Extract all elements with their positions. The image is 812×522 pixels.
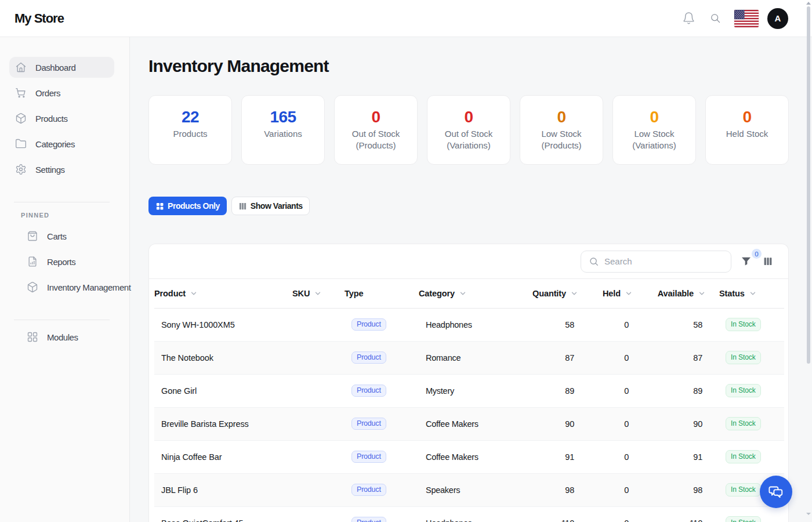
- cell-sku: [292, 407, 345, 440]
- top-bar: My Store: [0, 0, 812, 37]
- table-row[interactable]: Gone GirlProductMystery89089In Stock: [154, 374, 784, 407]
- column-label: Quantity: [532, 289, 566, 298]
- columns-small-icon: [238, 202, 247, 211]
- table-body: Sony WH-1000XM5ProductHeadphones58058In …: [154, 308, 784, 522]
- column-label: Category: [419, 289, 455, 298]
- global-search-button[interactable]: [709, 12, 722, 24]
- sort-chevron-icon: [190, 289, 198, 298]
- cell-available: 87: [635, 341, 706, 374]
- language-selector[interactable]: [734, 10, 767, 27]
- stat-label: Products: [149, 128, 231, 140]
- column-label: Type: [345, 289, 363, 298]
- stat-card-products: 22Products: [148, 95, 232, 165]
- sidebar-pinned-group: CartsReportsInventory Management: [9, 226, 114, 298]
- scrollbar-up-arrow[interactable]: [806, 2, 811, 5]
- sidebar: DashboardOrdersProductsCategoriesSetting…: [0, 37, 130, 522]
- sidebar-item-inventory-management[interactable]: Inventory Management: [9, 277, 114, 298]
- brand-logo: My Store: [14, 11, 64, 26]
- pinned-section-label: PINNED: [21, 212, 114, 219]
- bell-icon: [682, 12, 695, 25]
- columns-button[interactable]: [763, 256, 773, 267]
- table-head: ProductSKUTypeCategoryQuantityHeldAvaila…: [154, 279, 784, 308]
- scrollbar-down-arrow[interactable]: [806, 513, 811, 515]
- cell-type: Product: [345, 308, 419, 341]
- cell-status: In Stock: [706, 506, 784, 522]
- table-row[interactable]: Ninja Coffee BarProductCoffee Makers9109…: [154, 440, 784, 473]
- cell-held: 0: [581, 308, 635, 341]
- stat-card-low-stock-variations: 0Low Stock (Variations): [612, 95, 696, 165]
- sidebar-item-carts[interactable]: Carts: [9, 226, 114, 246]
- column-header-category[interactable]: Category: [419, 279, 527, 308]
- file-chart-icon: [27, 256, 38, 267]
- sidebar-item-label: Settings: [35, 165, 65, 175]
- cell-quantity: 98: [527, 473, 581, 506]
- cell-held: 0: [581, 374, 635, 407]
- status-badge: In Stock: [726, 417, 761, 430]
- cell-available: 91: [635, 440, 706, 473]
- scrollbar-thumb[interactable]: [807, 6, 810, 364]
- column-header-held[interactable]: Held: [581, 279, 635, 308]
- table-search-input[interactable]: [604, 256, 724, 266]
- table-row[interactable]: JBL Flip 6ProductSpeakers98098In Stock: [154, 473, 784, 506]
- type-badge: Product: [351, 351, 386, 364]
- toggle-label: Show Variants: [251, 201, 303, 211]
- cell-quantity: 91: [527, 440, 581, 473]
- sidebar-item-orders[interactable]: Orders: [9, 82, 114, 103]
- sidebar-item-settings[interactable]: Settings: [9, 159, 114, 180]
- table-row[interactable]: Bose QuietComfort 45ProductHeadphones110…: [154, 506, 784, 522]
- page-scrollbar[interactable]: [806, 0, 812, 522]
- stat-label: Low Stock (Products): [520, 128, 603, 151]
- sidebar-item-products[interactable]: Products: [9, 108, 114, 129]
- filter-button[interactable]: [741, 256, 752, 267]
- table-row[interactable]: Sony WH-1000XM5ProductHeadphones58058In …: [154, 308, 784, 341]
- cell-status: In Stock: [706, 407, 784, 440]
- stat-label: Held Stock: [706, 128, 788, 140]
- table-row[interactable]: The NotebookProductRomance87087In Stock: [154, 341, 784, 374]
- box-icon: [27, 281, 38, 293]
- column-header-product[interactable]: Product: [154, 279, 292, 308]
- stat-value: 165: [242, 108, 324, 126]
- sidebar-item-modules[interactable]: Modules: [9, 327, 114, 347]
- stat-value: 0: [335, 108, 417, 126]
- cell-type: Product: [345, 506, 419, 522]
- column-header-type: Type: [345, 279, 419, 308]
- chat-fab-button[interactable]: [760, 476, 792, 508]
- toggle-products-only[interactable]: Products Only: [148, 197, 227, 215]
- status-badge: In Stock: [726, 483, 761, 496]
- cell-product: Bose QuietComfort 45: [154, 506, 292, 522]
- status-badge: In Stock: [726, 318, 761, 331]
- type-badge: Product: [351, 385, 386, 397]
- column-header-available[interactable]: Available: [635, 279, 706, 308]
- notifications-button[interactable]: [682, 12, 695, 25]
- table-row[interactable]: Breville Barista ExpressProductCoffee Ma…: [154, 407, 784, 440]
- sidebar-item-label: Modules: [47, 332, 78, 342]
- cell-sku: [292, 473, 345, 506]
- cell-status: In Stock: [706, 341, 784, 374]
- cell-held: 0: [581, 473, 635, 506]
- sidebar-divider-2: [14, 320, 110, 320]
- cell-category: Headphones: [419, 308, 527, 341]
- app-shell: DashboardOrdersProductsCategoriesSetting…: [0, 37, 812, 522]
- sidebar-item-label: Orders: [35, 88, 60, 98]
- sidebar-item-categories[interactable]: Categories: [9, 133, 114, 154]
- type-badge: Product: [351, 318, 386, 331]
- toggle-show-variants[interactable]: Show Variants: [231, 197, 310, 215]
- sidebar-item-dashboard[interactable]: Dashboard: [9, 57, 114, 78]
- column-header-quantity[interactable]: Quantity: [527, 279, 581, 308]
- toggle-label: Products Only: [168, 201, 220, 211]
- cell-sku: [292, 440, 345, 473]
- filter-control: 0: [741, 256, 752, 267]
- cell-category: Mystery: [419, 374, 527, 407]
- user-avatar[interactable]: A: [767, 8, 788, 29]
- stat-value: 0: [520, 108, 603, 126]
- topbar-actions: A: [682, 8, 788, 29]
- sidebar-item-reports[interactable]: Reports: [9, 251, 114, 272]
- stat-card-out-of-stock-variations: 0Out of Stock (Variations): [427, 95, 510, 165]
- cell-category: Coffee Makers: [419, 440, 527, 473]
- column-header-status[interactable]: Status: [706, 279, 784, 308]
- cell-category: Romance: [419, 341, 527, 374]
- sidebar-item-label: Products: [35, 114, 68, 124]
- column-header-sku[interactable]: SKU: [292, 279, 345, 308]
- house-icon: [15, 61, 27, 73]
- cell-product: Gone Girl: [154, 374, 292, 407]
